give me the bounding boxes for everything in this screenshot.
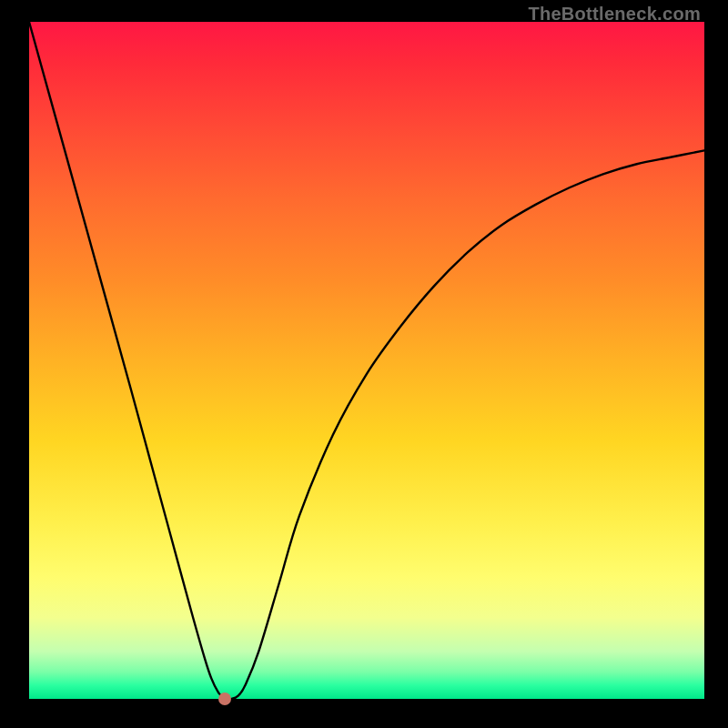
watermark-text: TheBottleneck.com <box>528 4 701 25</box>
bottleneck-curve <box>29 22 704 699</box>
chart-frame: TheBottleneck.com <box>0 0 728 728</box>
optimal-point-marker <box>218 693 231 705</box>
